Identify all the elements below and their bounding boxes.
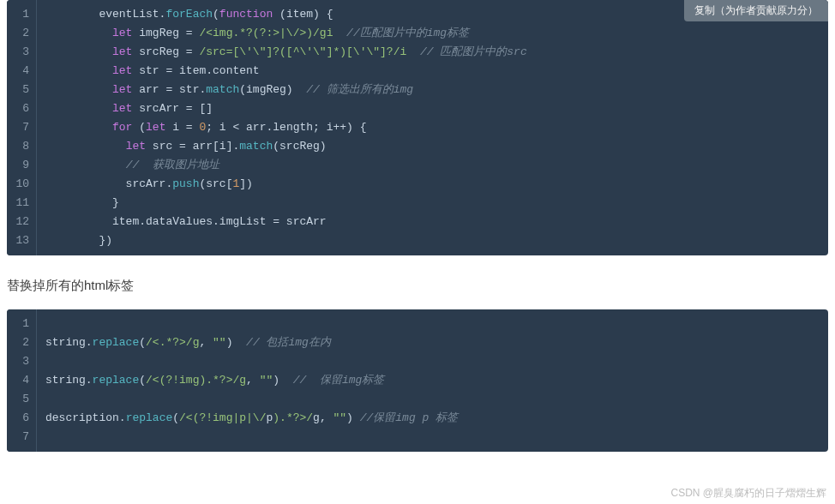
code-block-2: 1234567 string.replace(/<.*?>/g, "") // … (7, 309, 828, 452)
code-content-2: string.replace(/<.*?>/g, "") // 包括img在内 … (37, 309, 828, 452)
line-gutter-1: 12345678910111213 (7, 0, 37, 255)
section-heading: 替换掉所有的html标签 (7, 278, 828, 294)
code-block-1: 复制（为作者贡献原力分） 12345678910111213 eventList… (7, 0, 828, 255)
line-gutter-2: 1234567 (7, 309, 37, 452)
code-content-1: eventList.forEach(function (item) { let … (37, 0, 828, 255)
copy-button[interactable]: 复制（为作者贡献原力分） (684, 0, 828, 21)
